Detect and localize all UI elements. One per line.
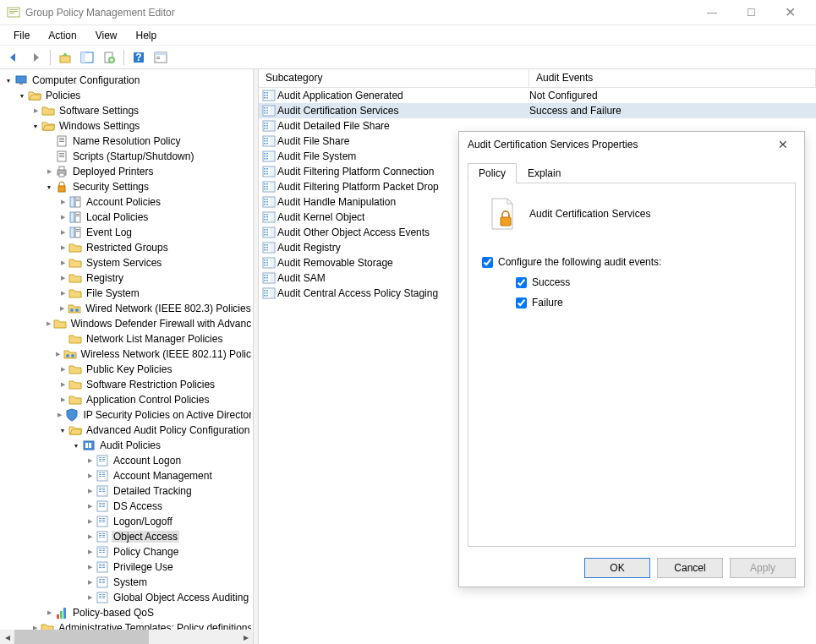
failure-checkbox[interactable] bbox=[516, 297, 527, 308]
column-subcategory[interactable]: Subcategory bbox=[259, 69, 529, 87]
expand-icon[interactable] bbox=[85, 471, 95, 481]
expand-icon[interactable] bbox=[30, 106, 41, 116]
configure-checkbox[interactable] bbox=[482, 257, 493, 268]
tree-public-key-policies[interactable]: Public Key Policies bbox=[0, 362, 253, 377]
tree-computer-configuration[interactable]: Computer Configuration bbox=[0, 73, 253, 88]
scroll-right-button[interactable]: ▸ bbox=[238, 630, 253, 644]
tree-event-log[interactable]: Event Log bbox=[0, 225, 253, 240]
scroll-left-button[interactable]: ◂ bbox=[0, 630, 14, 644]
expand-icon[interactable] bbox=[58, 227, 68, 237]
expand-icon[interactable] bbox=[58, 243, 68, 253]
menu-action[interactable]: Action bbox=[40, 27, 85, 44]
expand-icon[interactable] bbox=[85, 456, 95, 466]
tree-advanced-audit[interactable]: Advanced Audit Policy Configuration bbox=[0, 423, 253, 438]
collapse-icon[interactable] bbox=[44, 182, 54, 192]
list-row[interactable]: Audit Application GeneratedNot Configure… bbox=[259, 88, 816, 103]
tree-policy-based-qos[interactable]: Policy-based QoS bbox=[0, 605, 253, 620]
column-audit-events[interactable]: Audit Events bbox=[529, 69, 816, 87]
collapse-icon[interactable] bbox=[30, 121, 41, 131]
expand-icon[interactable] bbox=[44, 166, 54, 177]
tree-registry[interactable]: Registry bbox=[0, 270, 253, 286]
expand-icon[interactable] bbox=[85, 486, 95, 496]
expand-icon[interactable] bbox=[58, 273, 68, 283]
tree-software-settings[interactable]: Software Settings bbox=[0, 103, 253, 118]
expand-icon[interactable] bbox=[58, 395, 68, 405]
expand-icon[interactable] bbox=[57, 303, 67, 314]
tab-policy[interactable]: Policy bbox=[468, 163, 517, 183]
expand-icon[interactable] bbox=[58, 288, 68, 298]
collapse-icon[interactable] bbox=[17, 90, 27, 101]
expand-icon[interactable] bbox=[58, 212, 68, 222]
scroll-thumb[interactable] bbox=[14, 630, 149, 644]
tree-restricted-groups[interactable]: Restricted Groups bbox=[0, 240, 253, 255]
expand-icon[interactable] bbox=[58, 364, 68, 374]
tree-account-management[interactable]: Account Management bbox=[0, 468, 253, 483]
collapse-icon[interactable] bbox=[3, 75, 14, 85]
tree-policy-change[interactable]: Policy Change bbox=[0, 544, 253, 559]
expand-icon[interactable] bbox=[45, 319, 52, 329]
success-checkbox[interactable] bbox=[516, 277, 527, 288]
back-button[interactable] bbox=[3, 48, 24, 67]
menu-view[interactable]: View bbox=[87, 27, 126, 44]
cancel-button[interactable]: Cancel bbox=[657, 558, 723, 578]
show-hide-tree-button[interactable] bbox=[77, 48, 97, 67]
help-button[interactable]: ? bbox=[129, 48, 149, 67]
apply-button[interactable]: Apply bbox=[730, 558, 796, 578]
ok-button[interactable]: OK bbox=[584, 558, 650, 578]
expand-icon[interactable] bbox=[53, 349, 63, 359]
tree-ip-security[interactable]: IP Security Policies on Active Directory bbox=[0, 407, 253, 423]
tree-system[interactable]: System bbox=[0, 575, 253, 590]
expand-icon[interactable] bbox=[44, 608, 54, 618]
up-button[interactable] bbox=[55, 48, 75, 67]
dialog-titlebar[interactable]: Audit Certification Services Properties … bbox=[459, 132, 804, 157]
tree-security-settings[interactable]: Security Settings bbox=[0, 179, 253, 194]
minimize-button[interactable]: — bbox=[693, 0, 731, 25]
collapse-icon[interactable] bbox=[71, 440, 81, 450]
tree-name-resolution-policy[interactable]: Name Resolution Policy bbox=[0, 134, 253, 149]
tree-account-policies[interactable]: Account Policies bbox=[0, 194, 253, 210]
tree-windows-settings[interactable]: Windows Settings bbox=[0, 118, 253, 134]
menu-help[interactable]: Help bbox=[128, 27, 166, 44]
expand-icon[interactable] bbox=[55, 410, 64, 420]
tree-ds-access[interactable]: DS Access bbox=[0, 499, 253, 514]
tab-explain[interactable]: Explain bbox=[517, 163, 572, 183]
tree-global-object-access[interactable]: Global Object Access Auditing bbox=[0, 590, 253, 605]
tree-account-logon[interactable]: Account Logon bbox=[0, 453, 253, 468]
tree-wired-network[interactable]: Wired Network (IEEE 802.3) Policies bbox=[0, 301, 253, 316]
list-row[interactable]: Audit Certification ServicesSuccess and … bbox=[259, 103, 816, 118]
horizontal-scrollbar[interactable]: ◂ ▸ bbox=[0, 630, 253, 644]
collapse-icon[interactable] bbox=[58, 425, 68, 435]
tree-network-list-manager[interactable]: Network List Manager Policies bbox=[0, 331, 253, 347]
menu-file[interactable]: File bbox=[5, 27, 38, 44]
expand-icon[interactable] bbox=[85, 516, 95, 527]
expand-icon[interactable] bbox=[85, 577, 95, 587]
tree-logon-logoff[interactable]: Logon/Logoff bbox=[0, 514, 253, 529]
tree-system-services[interactable]: System Services bbox=[0, 255, 253, 270]
tree-audit-policies[interactable]: Audit Policies bbox=[0, 438, 253, 453]
expand-icon[interactable] bbox=[58, 197, 68, 207]
tree-local-policies[interactable]: Local Policies bbox=[0, 210, 253, 225]
tree-application-control[interactable]: Application Control Policies bbox=[0, 392, 253, 407]
expand-icon[interactable] bbox=[85, 592, 95, 603]
tree-software-restriction[interactable]: Software Restriction Policies bbox=[0, 377, 253, 392]
expand-icon[interactable] bbox=[58, 258, 68, 268]
forward-button[interactable] bbox=[25, 48, 46, 67]
tree-wireless-network[interactable]: Wireless Network (IEEE 802.11) Policies bbox=[0, 347, 253, 362]
tree-privilege-use[interactable]: Privilege Use bbox=[0, 559, 253, 575]
scroll-track[interactable] bbox=[14, 630, 238, 644]
tree-deployed-printers[interactable]: Deployed Printers bbox=[0, 164, 253, 179]
tree-policies[interactable]: Policies bbox=[0, 88, 253, 103]
tree-windows-defender-firewall[interactable]: Windows Defender Firewall with Advanced … bbox=[0, 316, 253, 331]
expand-icon[interactable] bbox=[85, 501, 95, 511]
tree-object-access[interactable]: Object Access bbox=[0, 529, 253, 544]
tree-file-system[interactable]: File System bbox=[0, 286, 253, 301]
properties-button[interactable] bbox=[151, 48, 171, 67]
dialog-close-button[interactable]: ✕ bbox=[770, 138, 796, 151]
tree-scripts[interactable]: Scripts (Startup/Shutdown) bbox=[0, 149, 253, 164]
close-button[interactable]: ✕ bbox=[770, 0, 809, 25]
tree-detailed-tracking[interactable]: Detailed Tracking bbox=[0, 483, 253, 499]
expand-icon[interactable] bbox=[85, 547, 95, 557]
maximize-button[interactable]: ☐ bbox=[731, 0, 770, 25]
expand-icon[interactable] bbox=[85, 532, 95, 542]
export-list-button[interactable] bbox=[99, 48, 119, 67]
